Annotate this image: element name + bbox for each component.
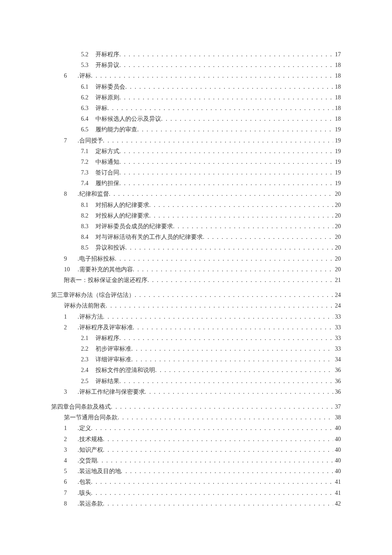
toc-label: 第四章合同条款及格式	[51, 401, 111, 412]
toc-leader	[107, 103, 333, 113]
toc-label: 初步评审标准	[95, 343, 131, 354]
toc-leader	[119, 178, 333, 189]
toc-leader	[103, 135, 334, 146]
toc-leader	[149, 210, 333, 221]
toc-number: 2.5	[81, 376, 89, 386]
toc-entry: 2.5评标结果36	[51, 376, 341, 386]
toc-page-number: 20	[333, 210, 341, 221]
toc-entry: 附表一：投标保证金的退还程序21	[51, 275, 341, 285]
toc-leader	[147, 275, 333, 285]
toc-page-number: 40	[333, 466, 341, 477]
toc-entry: 5.2开标程序17	[51, 49, 341, 60]
toc-label: .交货期	[78, 455, 97, 466]
toc-leader	[115, 253, 334, 264]
toc-container: 5.2开标程序175.3开标异议186.评标186.1评标委员会186.2评标原…	[51, 49, 341, 509]
toc-page-number: 40	[333, 445, 341, 455]
toc-page-number: 20	[333, 221, 341, 232]
toc-label: .评标程序及评审标准	[78, 322, 133, 333]
toc-entry: 第三章评标办法（综合评估法）24	[51, 290, 341, 300]
toc-label: .合同授予	[78, 135, 103, 146]
toc-number: 2.3	[81, 354, 89, 365]
toc-leader	[119, 376, 333, 386]
toc-number: 4	[64, 455, 72, 466]
toc-label: .评标方法	[78, 311, 103, 322]
toc-label: 评标程序	[95, 333, 119, 343]
toc-page-number: 20	[333, 232, 341, 242]
toc-leader	[203, 232, 333, 242]
toc-number: 6.1	[81, 81, 89, 92]
toc-page-number: 20	[333, 242, 341, 253]
toc-label: 对投标人的纪律要求	[95, 210, 149, 221]
toc-number: 9	[64, 253, 72, 264]
toc-number: 8.3	[81, 221, 89, 232]
toc-leader	[125, 81, 333, 92]
toc-label: 评标	[95, 103, 107, 113]
toc-leader	[119, 60, 333, 70]
toc-page-number: 36	[333, 376, 341, 386]
toc-page-number: 19	[333, 124, 341, 135]
toc-leader	[131, 354, 333, 365]
toc-label: .纪律和监督	[78, 189, 109, 199]
toc-number: 2.2	[81, 343, 89, 354]
toc-leader	[125, 242, 333, 253]
toc-label: 附表一：投标保证金的退还程序	[64, 275, 147, 285]
toc-label: .技术规格	[78, 434, 103, 445]
toc-leader	[91, 488, 334, 498]
toc-label: 对与评标活动有关的工作人员的纪律要求	[95, 232, 203, 242]
toc-entry: 3.知识产权40	[51, 445, 341, 455]
toc-label: 投标文件的澄清和说明	[95, 365, 155, 375]
toc-leader	[103, 498, 334, 509]
toc-page-number: 40	[333, 455, 341, 466]
toc-page-number: 18	[333, 113, 341, 124]
toc-page-number: 34	[333, 354, 341, 365]
toc-entry: 6.5履约能力的审查19	[51, 124, 341, 135]
toc-leader	[103, 445, 334, 455]
toc-leader	[145, 386, 334, 397]
toc-page-number: 24	[333, 290, 341, 300]
toc-label: 详细评审标准	[95, 354, 131, 365]
toc-page-number: 33	[333, 333, 341, 343]
toc-label: 签订合同	[95, 167, 119, 178]
toc-entry: 8.1对招标人的纪律要求20	[51, 200, 341, 210]
toc-entry: 2.4投标文件的澄清和说明36	[51, 365, 341, 375]
toc-label: .电子招标投标	[78, 253, 115, 264]
toc-leader	[137, 124, 333, 135]
toc-entry: 7.合同授予19	[51, 135, 341, 146]
toc-number: 3	[64, 386, 72, 397]
toc-number: 8	[64, 189, 72, 199]
toc-entry: 6.4中标候选人的公示及异议18	[51, 113, 341, 124]
toc-leader	[155, 365, 333, 375]
toc-leader	[103, 311, 334, 322]
toc-number: 5.2	[81, 49, 89, 60]
toc-label: 评标办法前附表	[64, 300, 106, 311]
toc-entry: 4.交货期40	[51, 455, 341, 466]
toc-leader	[119, 146, 333, 157]
toc-page-number: 19	[333, 146, 341, 157]
toc-label: .评标工作纪律与保密要求	[78, 386, 145, 397]
toc-entry: 7.2中标通知19	[51, 157, 341, 167]
toc-entry: 第四章合同条款及格式37	[51, 401, 341, 412]
toc-entry: 3.评标工作纪律与保密要求36	[51, 386, 341, 397]
toc-page-number: 18	[333, 92, 341, 103]
toc-label: .装运地及目的地	[78, 466, 121, 477]
toc-leader	[106, 300, 333, 311]
toc-entry: 8.3对评标委员会成员的纪律要求20	[51, 221, 341, 232]
toc-leader	[149, 200, 333, 210]
toc-entry: 2.1评标程序33	[51, 333, 341, 343]
toc-page-number: 36	[333, 365, 341, 375]
toc-entry: 8.纪律和监督20	[51, 189, 341, 199]
toc-entry: 2.2初步评审标准33	[51, 343, 341, 354]
toc-leader	[91, 477, 334, 487]
toc-leader	[111, 401, 333, 412]
toc-number: 8.4	[81, 232, 89, 242]
toc-leader	[97, 455, 334, 466]
toc-number: 6	[64, 70, 72, 81]
toc-number: 7	[64, 488, 72, 498]
toc-entry: 8.2对投标人的纪律要求20	[51, 210, 341, 221]
toc-label: .装运条款	[78, 498, 103, 509]
toc-label: .定义	[78, 423, 91, 433]
toc-page-number: 20	[333, 189, 341, 199]
toc-page-number: 18	[333, 81, 341, 92]
toc-number: 8.2	[81, 210, 89, 221]
toc-leader	[135, 290, 333, 300]
